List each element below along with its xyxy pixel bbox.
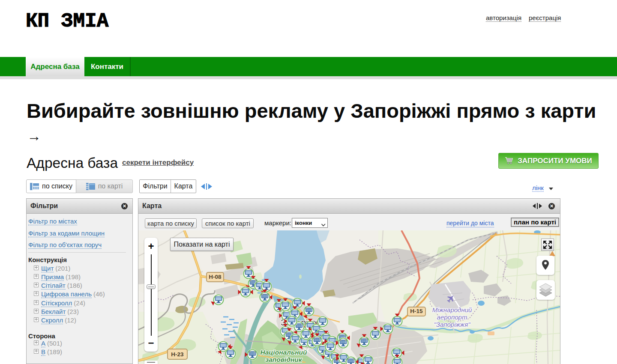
svg-text:Н-08: Н-08: [209, 274, 222, 280]
svg-text:заповідник: заповідник: [265, 356, 303, 363]
svg-text:"Запоріжжя": "Запоріжжя": [434, 321, 471, 328]
svg-text:Н-15: Н-15: [410, 308, 423, 314]
svg-text:Міжнародний: Міжнародний: [432, 306, 472, 313]
svg-text:Н-23: Н-23: [171, 351, 184, 358]
svg-text:аеропорт: аеропорт: [437, 313, 467, 321]
svg-text:Національний: Національний: [261, 349, 307, 356]
